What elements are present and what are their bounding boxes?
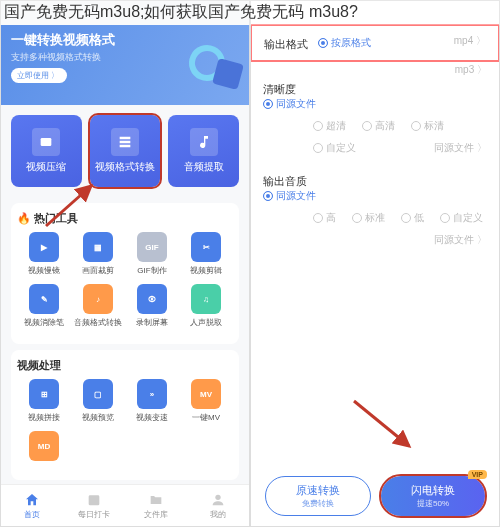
convert-icon	[111, 128, 139, 156]
tool-icon: ▶	[29, 232, 59, 262]
section-title: 🔥热门工具	[17, 211, 233, 226]
nav-profile[interactable]: 我的	[187, 485, 249, 526]
tool-icon: ♪	[83, 284, 113, 314]
vip-badge: VIP	[468, 470, 487, 479]
compress-icon	[32, 128, 60, 156]
button-title: 闪电转换	[411, 483, 455, 498]
tool-item[interactable]: ▦画面裁剪	[71, 232, 125, 276]
page-title: 国产免费无码m3u8;如何获取国产免费无码 m3u8?	[0, 0, 500, 25]
audio-quality-row: 输出音质 同源文件 高 标准 低 自定义 同源文件 〉	[251, 163, 499, 255]
tool-icon: ⊞	[29, 379, 59, 409]
tool-icon: MV	[191, 379, 221, 409]
tool-label: 画面裁剪	[82, 265, 114, 276]
tool-label: 视频消除笔	[24, 317, 64, 328]
button-title: 原速转换	[296, 483, 340, 498]
radio-clarity-source[interactable]: 同源文件	[263, 97, 487, 111]
tool-label: 视频剪辑	[190, 265, 222, 276]
tool-item[interactable]: MD	[17, 431, 71, 464]
tool-icon: MD	[29, 431, 59, 461]
clarity-row: 清晰度 同源文件 超清 高清 标清 自定义 同源文件 〉	[251, 71, 499, 163]
tool-item[interactable]: GIFGIF制作	[125, 232, 179, 276]
audio-value[interactable]: 同源文件 〉	[434, 233, 487, 247]
tool-label: 录制屏幕	[136, 317, 168, 328]
tool-item[interactable]: ▶视频慢镜	[17, 232, 71, 276]
tool-label: GIF制作	[137, 265, 166, 276]
nav-home[interactable]: 首页	[1, 485, 63, 526]
right-screenshot: 输出格式 按原格式 mp4 〉 mp3 〉 清晰度 同源文件 超清 高清 标清 …	[250, 0, 500, 527]
radio-clarity-hd[interactable]: 高清	[362, 119, 395, 133]
option-label: 输出格式	[264, 37, 314, 52]
tool-label: 人声脱取	[190, 317, 222, 328]
radio-clarity-uhd[interactable]: 超清	[313, 119, 346, 133]
tool-icon: ⦿	[137, 284, 167, 314]
option-label: 清晰度	[263, 82, 313, 97]
audio-icon	[190, 128, 218, 156]
tool-item[interactable]: ♫人声脱取	[179, 284, 233, 328]
radio-clarity-custom[interactable]: 自定义	[313, 141, 356, 155]
format-value-mp3[interactable]: mp3 〉	[455, 63, 487, 77]
button-subtitle: 免费转换	[302, 498, 334, 509]
banner-cta-button[interactable]: 立即使用 〉	[11, 68, 67, 83]
radio-clarity-sd[interactable]: 标清	[411, 119, 444, 133]
fast-convert-button[interactable]: VIP 闪电转换 提速50%	[381, 476, 485, 516]
nav-daily[interactable]: 每日打卡	[63, 485, 125, 526]
card-label: 视频压缩	[26, 160, 66, 174]
left-screenshot: 一键转换视频格式 支持多种视频格式转换 立即使用 〉 视频压缩 视频格式转换 音…	[0, 0, 250, 527]
radio-audio-standard[interactable]: 标准	[352, 211, 385, 225]
hot-tools-section: 🔥热门工具 ▶视频慢镜▦画面裁剪GIFGIF制作✂视频剪辑✎视频消除笔♪音频格式…	[11, 203, 239, 344]
radio-audio-custom[interactable]: 自定义	[440, 211, 483, 225]
tool-icon: ✎	[29, 284, 59, 314]
tool-icon: ▦	[83, 232, 113, 262]
tool-label: 视频拼接	[28, 412, 60, 423]
tool-label: 视频慢镜	[28, 265, 60, 276]
radio-audio-source[interactable]: 同源文件	[263, 189, 487, 203]
format-value[interactable]: mp4 〉	[454, 34, 486, 48]
tool-label: 视频预览	[82, 412, 114, 423]
audio-extract-card[interactable]: 音频提取	[168, 115, 239, 187]
calendar-icon	[86, 492, 102, 508]
tool-item[interactable]: ♪音频格式转换	[71, 284, 125, 328]
nav-files[interactable]: 文件库	[125, 485, 187, 526]
tool-item[interactable]: MV一键MV	[179, 379, 233, 423]
tool-item[interactable]: ✎视频消除笔	[17, 284, 71, 328]
svg-point-2	[215, 494, 220, 499]
nav-label: 我的	[210, 509, 226, 520]
tool-item[interactable]: ✂视频剪辑	[179, 232, 233, 276]
tool-label: 一键MV	[192, 412, 220, 423]
button-subtitle: 提速50%	[417, 498, 449, 509]
section-title: 视频处理	[17, 358, 233, 373]
tool-icon: GIF	[137, 232, 167, 262]
tool-icon: ✂	[191, 232, 221, 262]
video-compress-card[interactable]: 视频压缩	[11, 115, 82, 187]
card-label: 音频提取	[184, 160, 224, 174]
annotation-arrow-icon	[349, 396, 419, 456]
tool-item[interactable]: »视频变速	[125, 379, 179, 423]
tool-item[interactable]: ⦿录制屏幕	[125, 284, 179, 328]
radio-original-format[interactable]: 按原格式	[318, 36, 371, 50]
nav-label: 每日打卡	[78, 509, 110, 520]
tool-label: 视频变速	[136, 412, 168, 423]
home-icon	[24, 492, 40, 508]
clarity-value[interactable]: 同源文件 〉	[434, 141, 487, 155]
video-processing-section: 视频处理 ⊞视频拼接▢视频预览»视频变速MV一键MVMD	[11, 350, 239, 480]
radio-audio-high[interactable]: 高	[313, 211, 336, 225]
tool-item[interactable]: ⊞视频拼接	[17, 379, 71, 423]
tool-icon: »	[137, 379, 167, 409]
user-icon	[210, 492, 226, 508]
tool-item[interactable]: ▢视频预览	[71, 379, 125, 423]
option-label: 输出音质	[263, 174, 313, 189]
normal-convert-button[interactable]: 原速转换 免费转换	[265, 476, 371, 516]
fire-icon: 🔥	[17, 212, 31, 225]
tool-icon: ♫	[191, 284, 221, 314]
promo-banner[interactable]: 一键转换视频格式 支持多种视频格式转换 立即使用 〉	[1, 25, 249, 105]
video-format-convert-card[interactable]: 视频格式转换	[90, 115, 161, 187]
tool-icon: ▢	[83, 379, 113, 409]
card-label: 视频格式转换	[95, 160, 155, 174]
bottom-nav: 首页 每日打卡 文件库 我的	[1, 484, 249, 526]
nav-label: 文件库	[144, 509, 168, 520]
output-format-row[interactable]: 输出格式 按原格式 mp4 〉	[250, 24, 500, 62]
svg-rect-1	[89, 495, 100, 505]
radio-audio-low[interactable]: 低	[401, 211, 424, 225]
folder-icon	[148, 492, 164, 508]
tool-label: 音频格式转换	[74, 317, 122, 328]
